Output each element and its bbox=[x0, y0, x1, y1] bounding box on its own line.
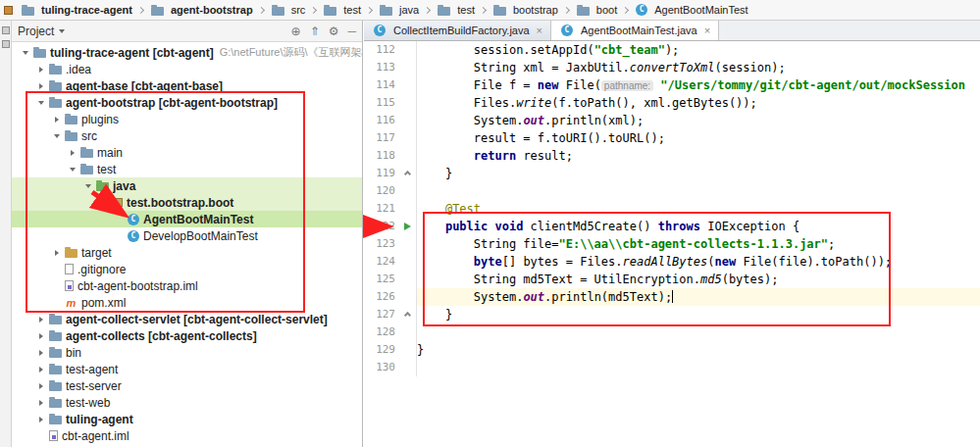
line-number: 127 bbox=[365, 306, 400, 323]
tree-item-cbt-agent.iml[interactable]: cbt-agent.iml bbox=[12, 427, 362, 444]
breadcrumb-item-tuling-trace-agent[interactable]: tuling-trace-agent bbox=[17, 4, 135, 16]
expand-arrow-open-icon[interactable] bbox=[82, 184, 94, 188]
close-tab-icon[interactable]: × bbox=[537, 25, 542, 36]
code-line-122: 122 public void clientMd5Create() throws… bbox=[365, 218, 980, 235]
code-text[interactable]: File f = new File(pathname: "/Users/tomm… bbox=[417, 76, 980, 94]
code-segment: File f = bbox=[417, 78, 538, 92]
tree-item-test-web[interactable]: test-web bbox=[12, 394, 362, 411]
expand-arrow-closed-icon[interactable] bbox=[35, 367, 47, 372]
tree-item-plugins[interactable]: plugins bbox=[12, 111, 362, 127]
tree-item-test.bootstrap.boot[interactable]: test.bootstrap.boot bbox=[12, 194, 362, 211]
tree-item-target[interactable]: target bbox=[12, 244, 362, 261]
code-segment: result; bbox=[523, 149, 573, 163]
tree-item-DevelopBootMainTest[interactable]: CDevelopBootMainTest bbox=[12, 227, 362, 244]
tree-item-src[interactable]: src bbox=[12, 127, 362, 144]
code-text[interactable]: String file="E:\\aa\\cbt-agent-collects-… bbox=[417, 235, 980, 253]
code-text[interactable]: String xml = JaxbUtil.convertToXml(sessi… bbox=[417, 59, 980, 76]
code-text[interactable]: byte[] bytes = Files.readAllBytes(new Fi… bbox=[417, 253, 980, 271]
code-text[interactable]: session.setAppId("cbt_team"); bbox=[417, 41, 980, 59]
tree-item-test-agent[interactable]: test-agent bbox=[12, 361, 362, 377]
collapse-all-icon[interactable]: ⇑ bbox=[310, 25, 320, 37]
code-editor[interactable]: 112 session.setAppId("cbt_team");113 Str… bbox=[365, 41, 980, 447]
code-text[interactable]: Files.write(f.toPath(), xml.getBytes()); bbox=[417, 94, 980, 112]
breadcrumb-item-java[interactable]: java bbox=[375, 4, 422, 16]
fold-region-icon[interactable] bbox=[404, 311, 411, 318]
breadcrumb-item-src[interactable]: src bbox=[267, 4, 309, 16]
tree-item-label: test-server bbox=[66, 379, 122, 393]
tree-item-java[interactable]: java bbox=[12, 177, 362, 194]
code-text[interactable] bbox=[417, 182, 980, 200]
code-text[interactable] bbox=[417, 323, 980, 341]
line-number: 113 bbox=[365, 59, 400, 76]
expand-arrow-closed-icon[interactable] bbox=[67, 150, 78, 156]
tree-item-agent-base [cbt-agent-base][interactable]: agent-base [cbt-agent-base] bbox=[12, 77, 362, 94]
project-panel-header: Project ⊕⇑⚙─ bbox=[12, 21, 362, 42]
code-text[interactable]: } bbox=[417, 165, 980, 182]
expand-arrow-open-icon[interactable] bbox=[51, 134, 63, 138]
tree-item-agent-collects [cbt-agent-collects][interactable]: agent-collects [cbt-agent-collects] bbox=[12, 327, 362, 344]
tree-item-tuling-agent[interactable]: tuling-agent bbox=[12, 411, 362, 427]
expand-arrow-open-icon[interactable] bbox=[98, 201, 110, 205]
tree-item-.gitignore[interactable]: .gitignore bbox=[12, 261, 362, 277]
code-segment: "/Users/tommy/git/cbt-agent/out/mockSess… bbox=[660, 78, 965, 92]
expand-arrow-closed-icon[interactable] bbox=[35, 67, 47, 73]
code-text[interactable]: String md5Text = UtilEncryption.md5(byte… bbox=[417, 271, 980, 288]
settings-gear-icon[interactable]: ⚙ bbox=[329, 25, 339, 37]
code-text[interactable]: System.out.println(xml); bbox=[417, 112, 980, 129]
folder-icon bbox=[380, 7, 392, 16]
breadcrumb-item-boot[interactable]: boot bbox=[572, 4, 620, 16]
tree-item-tuling-trace-agent [cbt-agent][interactable]: tuling-trace-agent [cbt-agent]G:\netFutu… bbox=[12, 44, 362, 61]
folder-icon bbox=[80, 166, 93, 174]
tree-item-test[interactable]: test bbox=[12, 161, 362, 177]
expand-arrow-closed-icon[interactable] bbox=[51, 117, 63, 123]
tree-item-.idea[interactable]: .idea bbox=[12, 61, 362, 77]
gutter-cell[interactable] bbox=[400, 218, 417, 235]
code-text[interactable]: } bbox=[417, 306, 980, 323]
editor-tab-CollectItemBuildFactory.java[interactable]: CCollectItemBuildFactory.java× bbox=[364, 21, 551, 40]
expand-arrow-closed-icon[interactable] bbox=[35, 83, 47, 89]
run-test-icon[interactable] bbox=[404, 223, 411, 230]
gutter-cell[interactable] bbox=[400, 306, 417, 323]
tree-item-agent-bootstrap [cbt-agent-bootstrap][interactable]: agent-bootstrap [cbt-agent-bootstrap] bbox=[12, 94, 362, 111]
tree-item-cbt-agent-bootstrap.iml[interactable]: cbt-agent-bootstrap.iml bbox=[12, 277, 362, 294]
expand-arrow-closed-icon[interactable] bbox=[35, 317, 47, 323]
expand-arrow-open-icon[interactable] bbox=[20, 51, 31, 55]
expand-arrow-closed-icon[interactable] bbox=[35, 350, 47, 356]
code-text[interactable]: @Test bbox=[417, 200, 980, 218]
code-text[interactable] bbox=[417, 359, 980, 376]
breadcrumb-item-test[interactable]: test bbox=[433, 4, 478, 16]
expand-arrow-open-icon[interactable] bbox=[67, 168, 78, 172]
fold-region-icon[interactable] bbox=[404, 170, 411, 176]
expand-arrow-closed-icon[interactable] bbox=[35, 400, 47, 406]
project-toolwindow-icon[interactable] bbox=[2, 26, 10, 34]
gutter-cell[interactable] bbox=[400, 165, 417, 182]
breadcrumb-item-bootstrap[interactable]: bootstrap bbox=[489, 4, 561, 16]
expand-arrow-closed-icon[interactable] bbox=[51, 250, 63, 256]
tree-item-agent-collect-servlet [cbt-agent-collect-servlet][interactable]: agent-collect-servlet [cbt-agent-collect… bbox=[12, 311, 362, 327]
expand-arrow-closed-icon[interactable] bbox=[35, 383, 47, 389]
locate-icon[interactable]: ⊕ bbox=[291, 25, 301, 37]
breadcrumb-item-test[interactable]: test bbox=[319, 4, 364, 16]
code-text[interactable]: return result; bbox=[417, 147, 980, 165]
expand-arrow-closed-icon[interactable] bbox=[35, 333, 47, 339]
breadcrumb-item-AgentBootMainTest[interactable]: CAgentBootMainTest bbox=[631, 4, 750, 16]
structure-toolwindow-icon[interactable] bbox=[2, 40, 10, 48]
tree-item-AgentBootMainTest[interactable]: CAgentBootMainTest bbox=[12, 211, 362, 227]
code-text[interactable]: result = f.toURI().toURL(); bbox=[417, 129, 980, 147]
tree-item-main[interactable]: main bbox=[12, 144, 362, 161]
code-text[interactable]: } bbox=[417, 341, 980, 359]
expand-arrow-closed-icon[interactable] bbox=[35, 417, 47, 422]
expand-arrow-open-icon[interactable] bbox=[35, 101, 47, 105]
package-icon bbox=[112, 198, 123, 207]
tree-item-bin[interactable]: bin bbox=[12, 344, 362, 361]
breadcrumb-item-agent-bootstrap[interactable]: agent-bootstrap bbox=[146, 4, 256, 16]
editor-tab-AgentBootMainTest.java[interactable]: CAgentBootMainTest.java× bbox=[551, 21, 719, 40]
code-line-124: 124 byte[] bytes = Files.readAllBytes(ne… bbox=[365, 253, 980, 271]
chevron-down-icon[interactable] bbox=[59, 29, 65, 33]
code-text[interactable]: System.out.println(md5Text); bbox=[417, 288, 980, 306]
code-text[interactable]: public void clientMd5Create() throws IOE… bbox=[417, 218, 980, 235]
tree-item-test-server[interactable]: test-server bbox=[12, 377, 362, 394]
hide-panel-icon[interactable]: ─ bbox=[347, 25, 356, 37]
tree-item-pom.xml[interactable]: mpom.xml bbox=[12, 294, 362, 311]
close-tab-icon[interactable]: × bbox=[704, 25, 710, 36]
